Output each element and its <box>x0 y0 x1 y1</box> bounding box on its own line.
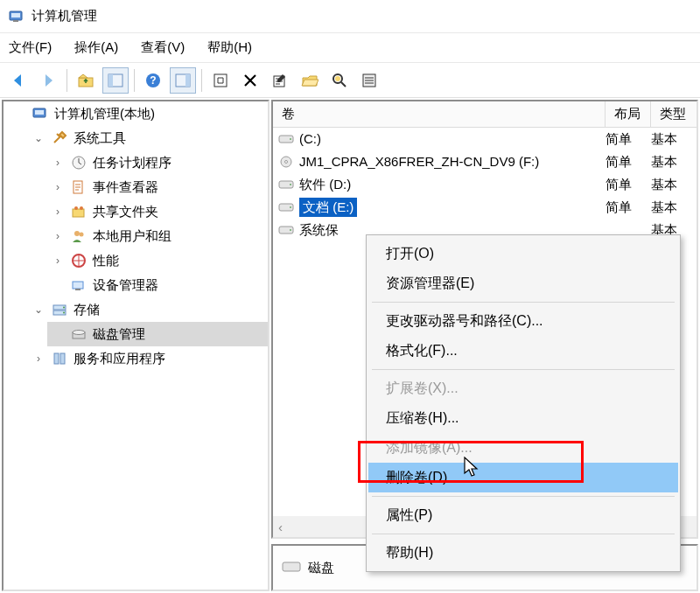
svg-point-44 <box>290 229 291 231</box>
show-hide-tree-button[interactable] <box>102 67 129 94</box>
volume-layout: 简单 <box>606 152 651 171</box>
collapse-icon[interactable]: ⌄ <box>32 300 46 319</box>
tree-users-groups[interactable]: › 本地用户和组 <box>47 224 268 248</box>
tree-label: 共享文件夹 <box>93 202 158 221</box>
svg-rect-45 <box>283 562 300 571</box>
svg-rect-10 <box>214 74 227 87</box>
volume-name: 系统保 <box>299 220 339 240</box>
ctx-explorer[interactable]: 资源管理器(E) <box>368 269 678 298</box>
device-icon <box>70 276 88 294</box>
menubar: 文件(F) 操作(A) 查看(V) 帮助(H) <box>0 33 700 63</box>
forward-button[interactable] <box>35 67 61 94</box>
tree-disk-management[interactable]: 磁盘管理 <box>47 322 268 346</box>
volume-row[interactable]: (C:) 简单 基本 <box>273 128 696 150</box>
disk-icon <box>70 325 88 343</box>
menu-view[interactable]: 查看(V) <box>139 36 186 59</box>
tree-event-viewer[interactable]: › 事件查看器 <box>47 175 268 199</box>
expand-icon[interactable]: › <box>51 202 65 221</box>
volume-name: 软件 (D:) <box>299 175 351 194</box>
menu-action[interactable]: 操作(A) <box>73 36 120 59</box>
svg-rect-5 <box>108 74 113 87</box>
svg-text:?: ? <box>150 74 156 87</box>
svg-rect-33 <box>54 353 59 364</box>
refresh-button[interactable] <box>207 67 234 94</box>
tree-pane[interactable]: 计算机管理(本地) ⌄ 系统工具 <box>2 100 270 591</box>
tree-label: 设备管理器 <box>93 276 158 295</box>
ctx-extend: 扩展卷(X)... <box>368 373 678 403</box>
tree-label: 性能 <box>93 251 119 270</box>
tree-task-scheduler[interactable]: › 任务计划程序 <box>47 150 268 175</box>
tree-label: 系统工具 <box>74 129 126 148</box>
services-icon <box>51 350 68 367</box>
ctx-properties[interactable]: 属性(P) <box>368 500 678 530</box>
tree-storage[interactable]: ⌄ 存储 <box>28 297 268 322</box>
toolbar: ? <box>0 63 700 98</box>
ctx-add-mirror: 添加镜像(A)... <box>368 433 678 463</box>
tree-performance[interactable]: › 性能 <box>47 248 268 273</box>
ctx-open[interactable]: 打开(O) <box>368 239 678 269</box>
back-button[interactable] <box>5 67 32 94</box>
volume-row[interactable]: 软件 (D:) 简单 基本 <box>273 173 696 196</box>
up-button[interactable] <box>73 67 99 94</box>
expand-icon[interactable]: › <box>51 227 65 246</box>
svg-point-23 <box>80 233 84 237</box>
menu-help[interactable]: 帮助(H) <box>206 36 254 59</box>
ctx-format[interactable]: 格式化(F)... <box>368 336 678 366</box>
tree-root-label: 计算机管理(本地) <box>54 104 155 123</box>
tree-label: 磁盘管理 <box>93 324 145 344</box>
tree-label: 本地用户和组 <box>93 227 172 246</box>
ctx-change-letter[interactable]: 更改驱动器号和路径(C)... <box>368 306 678 336</box>
ctx-delete-volume[interactable]: 删除卷(D)... <box>368 463 678 492</box>
svg-rect-1 <box>11 13 20 17</box>
expand-icon[interactable]: › <box>32 349 46 368</box>
tree-root[interactable]: 计算机管理(本地) <box>9 101 268 126</box>
tree-label: 服务和应用程序 <box>74 349 165 368</box>
svg-point-21 <box>80 206 83 210</box>
delete-button[interactable] <box>237 67 263 94</box>
share-icon <box>70 203 88 220</box>
find-button[interactable] <box>326 67 353 94</box>
volume-layout: 简单 <box>606 198 651 217</box>
drive-icon <box>278 178 294 191</box>
tree-services-apps[interactable]: › 服务和应用程序 <box>28 346 268 371</box>
col-type[interactable]: 类型 <box>651 101 696 127</box>
tree-system-tools[interactable]: ⌄ 系统工具 <box>28 126 268 150</box>
action-pane-button[interactable] <box>170 67 196 94</box>
volume-row[interactable]: JM1_CPRA_X86FRER_ZH-CN_DV9 (F:) 简单 基本 <box>273 150 696 173</box>
drive-icon <box>278 201 294 213</box>
volume-type: 基本 <box>651 129 696 149</box>
drive-icon <box>278 133 294 145</box>
expand-icon[interactable]: › <box>51 178 65 197</box>
col-volume[interactable]: 卷 <box>273 101 606 127</box>
menu-file[interactable]: 文件(F) <box>7 36 53 59</box>
volume-type: 基本 <box>651 198 696 217</box>
tree-device-manager[interactable]: 设备管理器 <box>47 273 268 297</box>
volume-layout: 简单 <box>606 175 651 194</box>
properties-button[interactable] <box>267 67 293 94</box>
svg-rect-16 <box>35 110 44 115</box>
svg-rect-19 <box>73 209 84 217</box>
open-button[interactable] <box>297 67 323 94</box>
expand-icon[interactable]: › <box>51 251 65 270</box>
tools-icon <box>51 129 68 147</box>
performance-icon <box>70 252 88 269</box>
clock-icon <box>70 154 88 171</box>
col-layout[interactable]: 布局 <box>606 101 651 127</box>
tree-shared-folders[interactable]: › 共享文件夹 <box>47 199 268 224</box>
volume-row-selected[interactable]: 文档 (E:) 简单 基本 <box>273 196 696 219</box>
svg-point-20 <box>74 206 78 210</box>
volume-name: (C:) <box>299 129 321 149</box>
disk-icon <box>282 560 301 576</box>
settings-list-button[interactable] <box>356 67 382 94</box>
volume-layout: 简单 <box>606 129 651 149</box>
tree-label: 事件查看器 <box>93 178 158 197</box>
collapse-icon[interactable]: ⌄ <box>32 129 46 148</box>
svg-rect-25 <box>73 282 83 289</box>
volume-name: JM1_CPRA_X86FRER_ZH-CN_DV9 (F:) <box>299 152 539 171</box>
svg-point-42 <box>290 206 291 208</box>
ctx-shrink[interactable]: 压缩卷(H)... <box>368 403 678 433</box>
expand-icon[interactable]: › <box>51 153 65 172</box>
volume-type: 基本 <box>651 152 696 171</box>
help-button[interactable]: ? <box>140 67 166 94</box>
ctx-help[interactable]: 帮助(H) <box>368 538 678 568</box>
